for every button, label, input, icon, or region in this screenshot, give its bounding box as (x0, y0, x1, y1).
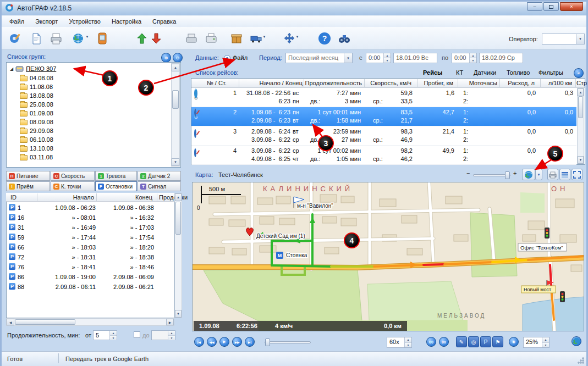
playback-forward-button[interactable]: ▶▶ (232, 337, 242, 347)
show-flags-button[interactable]: ⚑ (492, 336, 503, 347)
operator-combo[interactable]: ▼ (542, 34, 585, 45)
duration-to-checkbox[interactable] (134, 331, 140, 338)
scroll-thumb[interactable] (15, 319, 75, 325)
tree-item-label[interactable]: 01.09.08 (30, 110, 53, 117)
menu-device[interactable]: Устройство (63, 16, 106, 26)
tree-root-item[interactable]: ◢ ПЕЖО 307 (10, 64, 56, 73)
stop-row[interactable]: P76» - 18:41» - 18:46 (7, 262, 174, 272)
help-icon[interactable]: ? (316, 30, 333, 47)
tab-fuel[interactable]: Топливо (507, 69, 530, 76)
scroll-thumb[interactable] (175, 202, 181, 235)
show-parkings-button[interactable]: P (480, 336, 491, 347)
map-zoom-input[interactable]: 25%▲▼ (523, 337, 549, 348)
map-zoom-slider-thumb[interactable] (505, 171, 510, 179)
map-layers-button[interactable] (559, 169, 570, 180)
col-num[interactable]: № / Ст. (207, 79, 227, 87)
tab-sensors[interactable]: Датчики (474, 69, 496, 76)
duration-from-input[interactable]: 5▲▼ (93, 330, 117, 340)
menu-file[interactable]: Файл (4, 16, 30, 26)
new-file-icon[interactable] (7, 30, 24, 47)
tab-stops[interactable]: PОстановки (95, 181, 137, 191)
col-duration[interactable]: Продолжительность (305, 79, 362, 87)
operator-combo-arrow-icon[interactable]: ▼ (576, 34, 584, 44)
download-icon[interactable] (148, 30, 164, 47)
col-str[interactable]: Стр (576, 79, 587, 87)
playback-rewind-button[interactable]: ◀◀ (207, 337, 217, 347)
period-combo-arrow-icon[interactable]: ▼ (344, 53, 352, 63)
truck-icon[interactable] (248, 30, 265, 47)
tab-sensor2[interactable]: 2Датчик 2 (138, 171, 181, 181)
playback-speed-input[interactable]: 60x▲▼ (387, 337, 412, 348)
map-globe-button[interactable] (522, 169, 535, 180)
tree-item-date[interactable]: 29.09.08 (20, 126, 53, 135)
scroll-up-icon[interactable]: ▲ (172, 64, 179, 71)
collapse-panel-button[interactable]: « (574, 68, 584, 78)
pan-icon[interactable] (281, 30, 298, 47)
file-radio-label[interactable]: Файл (233, 54, 248, 61)
tree-root-label[interactable]: ПЕЖО 307 (26, 65, 56, 72)
tree-item-label[interactable]: 25.08.08 (30, 101, 53, 108)
stops-hscrollbar[interactable]: ◀ ▶ (6, 318, 174, 326)
tab-reception[interactable]: !Приём (6, 181, 50, 191)
col-consumption[interactable]: Расход, л (501, 79, 535, 87)
stop-row[interactable]: P16» - 08:01» - 16:32 (7, 213, 174, 223)
stop-row[interactable]: P59» - 17:44» - 17:54 (7, 232, 174, 242)
trip-row[interactable]: Ψ 1 31.08.08 - 22:56вс 6:23пн 7:27 мин д… (191, 88, 576, 107)
gps-device-icon[interactable] (94, 30, 111, 47)
groups-scrollbar[interactable]: ▲ ▼ (171, 63, 180, 167)
playback-0x-button[interactable]: 0х (439, 337, 449, 347)
tab-power[interactable]: ППитание (6, 171, 50, 181)
spinner-icons[interactable]: ▲▼ (109, 331, 117, 340)
center-track-button[interactable]: ◉ (509, 337, 519, 347)
scroll-down-icon[interactable]: ▼ (578, 156, 584, 164)
tree-item-label[interactable]: 29.09.08 (30, 127, 53, 134)
scroll-thumb[interactable] (172, 90, 179, 109)
draw-track-button[interactable]: ✎ (456, 336, 467, 347)
trips-vscrollbar[interactable]: ▲ ▼ (577, 88, 584, 164)
spinner-icons[interactable]: ▲▼ (383, 53, 391, 63)
stop-row[interactable]: P31» - 16:49» - 17:03 (7, 223, 174, 232)
globe-dropdown-icon[interactable]: ▼ (84, 35, 90, 38)
map-print-button[interactable] (547, 169, 558, 180)
scroll-up-icon[interactable]: ▲ (175, 193, 182, 201)
map-fullscreen-button[interactable] (571, 169, 582, 180)
stop-row[interactable]: P72» - 18:31» - 18:38 (7, 252, 174, 262)
resize-grip[interactable] (578, 357, 584, 364)
scroll-thumb[interactable] (578, 96, 583, 118)
groups-expand-button[interactable]: ⊕ (161, 53, 171, 63)
spinner-icons[interactable]: ▲▼ (168, 331, 175, 340)
playback-slider-thumb[interactable] (265, 339, 270, 346)
menu-help[interactable]: Справка (147, 16, 182, 26)
from-date-input[interactable]: 18.01.09 Вс (393, 53, 437, 63)
print-icon[interactable] (48, 30, 64, 47)
trip-row[interactable]: 3 2.09.08 - 6:24вт 3.09.08 - 6:22ср 23:5… (191, 126, 576, 146)
col-id[interactable]: ID (10, 193, 17, 202)
tree-expander-icon[interactable]: ◢ (10, 66, 13, 71)
tab-trips[interactable]: Рейсы (423, 69, 442, 76)
scroll-right-icon[interactable]: ▶ (166, 319, 174, 325)
pan-dropdown-icon[interactable]: ▼ (294, 35, 300, 38)
playback-first-button[interactable]: |◀ (194, 337, 204, 347)
show-points-button[interactable]: ◎ (468, 336, 479, 347)
tree-item-label[interactable]: 18.08.08 (30, 92, 53, 99)
tree-item-label[interactable]: 08.09.08 (30, 119, 53, 125)
zoom-out-icon[interactable]: − (466, 170, 470, 176)
tab-speed[interactable]: ССкорость (51, 171, 95, 181)
stops-vscrollbar[interactable]: ▲ ▼ (174, 193, 182, 318)
stop-row[interactable]: P861.09.08 - 19:002.09.08 - 06:09 (7, 272, 174, 282)
tree-item-date[interactable]: 01.09.08 (20, 109, 53, 118)
stop-row[interactable]: P11.09.08 - 06:231.09.08 - 06:38 (7, 203, 174, 213)
tree-item-label[interactable]: 04.08.08 (30, 75, 53, 81)
scroll-down-icon[interactable]: ▼ (175, 310, 182, 318)
col-motohours[interactable]: Моточасы (459, 79, 497, 87)
scan-icon[interactable] (183, 30, 200, 47)
tree-item-date[interactable]: 03.11.08 (20, 153, 53, 162)
zoom-in-icon[interactable]: + (513, 170, 516, 176)
col-mileage[interactable]: Пробег, км (418, 79, 453, 87)
to-time-input[interactable]: 0:00▲▼ (452, 53, 477, 63)
tree-item-date[interactable]: 08.09.08 (20, 118, 53, 126)
file-radio[interactable] (224, 55, 230, 62)
trip-row[interactable]: 4 3.09.08 - 6:22ср 4.09.08 - 6:25чт 1 су… (191, 146, 576, 165)
tab-checkpoints[interactable]: СК. точки (51, 181, 95, 191)
tree-item-date[interactable]: 04.08.08 (20, 74, 53, 82)
